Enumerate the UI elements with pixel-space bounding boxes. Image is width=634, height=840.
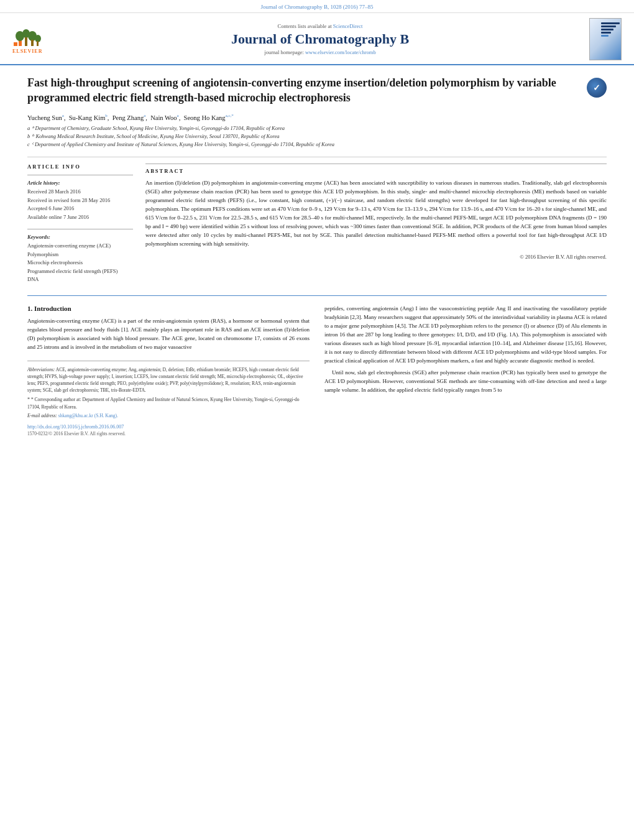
body-col-left: 1. Introduction Angiotensin-converting e… (27, 305, 310, 436)
body-section: 1. Introduction Angiotensin-converting e… (27, 295, 607, 436)
article-history-block: Article history: Received 28 March 2016 … (27, 175, 133, 221)
author-5: Seong Ho Kang (184, 114, 226, 121)
rights-line: 1570-0232/© 2016 Elsevier B.V. All right… (27, 431, 310, 436)
cover-decoration (601, 22, 620, 37)
journal-cover (584, 18, 622, 60)
cover-line-4 (601, 32, 611, 34)
article-info-heading: ARTICLE INFO (27, 164, 133, 170)
corresponding-label: * Corresponding author at: (31, 397, 81, 402)
keywords-label: Keywords: (27, 233, 133, 242)
received-revised-date: Received in revised form 28 May 2016 (27, 196, 133, 205)
journal-homepage-link[interactable]: www.elsevier.com/locate/chromb (305, 49, 376, 55)
footnote-abbreviations: Abbreviations: ACE, angiotensin-converti… (27, 366, 310, 420)
received-date: Received 28 March 2016 (27, 188, 133, 196)
sciencedirect-line: Contents lists available at ScienceDirec… (56, 23, 584, 29)
journal-bar: Journal of Chromatography B, 1028 (2016)… (0, 0, 634, 13)
body-two-col: 1. Introduction Angiotensin-converting e… (27, 305, 607, 436)
article-title-text: Fast high-throughput screening of angiot… (27, 75, 581, 106)
author-4: Nain Woo (150, 114, 177, 121)
abstract-text: An insertion (I)/deletion (D) polymorphi… (145, 179, 607, 249)
intro-para-right-2: Until now, slab gel electrophoresis (SGE… (324, 369, 607, 395)
journal-title: Journal of Chromatography B (56, 31, 584, 47)
affiliation-b: b ᵇ Kohwang Medical Research Institute, … (27, 132, 607, 141)
svg-rect-4 (25, 37, 27, 46)
elsevier-label: ELSEVIER (12, 48, 42, 54)
history-label: Article history: (27, 179, 133, 188)
doi-line[interactable]: http://dx.doi.org/10.1016/j.jchromb.2016… (27, 424, 310, 430)
affiliations: a ᵃ Department of Chemistry, Graduate Sc… (27, 124, 607, 148)
journal-homepage-line: journal homepage: www.elsevier.com/locat… (56, 49, 584, 55)
cover-line-2 (601, 25, 616, 27)
email-label: E-mail address: (27, 413, 57, 418)
accepted-date: Accepted 6 June 2016 (27, 205, 133, 213)
info-abstract-section: ARTICLE INFO Article history: Received 2… (27, 164, 607, 284)
consists-word: consists (263, 335, 281, 341)
article-content: Fast high-throughput screening of angiot… (0, 65, 634, 446)
body-text-right: peptides, converting angiotensin (Ang) I… (324, 305, 607, 395)
cover-line-3 (601, 29, 613, 30)
elsevier-tree-icon (12, 25, 42, 47)
divider-1 (27, 157, 607, 157)
body-text-left: Angiotensin-converting enzyme (ACE) is a… (27, 317, 310, 352)
author-2: Su-Kang Kim (69, 114, 106, 121)
footnote-section: Abbreviations: ACE, angiotensin-converti… (27, 361, 310, 437)
email-text[interactable]: shkang@khu.ac.kr (S.H. Kang). (58, 413, 118, 418)
author-1: Yucheng Sun (27, 114, 62, 121)
authors-line: Yucheng Suna, Su-Kang Kimb, Peng Zhanga,… (27, 113, 607, 121)
author-3: Peng Zhang (113, 114, 144, 121)
cover-line-1 (601, 22, 620, 24)
svg-rect-6 (31, 40, 34, 46)
abbreviations-label: Abbreviations: (27, 367, 55, 372)
svg-rect-0 (14, 42, 17, 46)
keyword-3: Microchip electrophoresis (27, 259, 133, 267)
section-1-heading: 1. Introduction (27, 305, 310, 312)
sciencedirect-link[interactable]: ScienceDirect (333, 23, 363, 29)
journal-bar-text: Journal of Chromatography B, 1028 (2016)… (260, 4, 373, 10)
keyword-4: Programmed electric field strength (PEFS… (27, 267, 133, 276)
intro-para-right-1: peptides, converting angiotensin (Ang) I… (324, 305, 607, 366)
keyword-5: DNA (27, 275, 133, 284)
cover-line-5 (601, 35, 609, 37)
available-date: Available online 7 June 2016 (27, 213, 133, 222)
crossmark-icon: ✓ (587, 78, 607, 98)
abstract-heading: ABSTRACT (145, 164, 607, 174)
journal-center: Contents lists available at ScienceDirec… (56, 23, 584, 55)
intro-para-1: Angiotensin-converting enzyme (ACE) is a… (27, 317, 310, 352)
article-title-row: Fast high-throughput screening of angiot… (27, 75, 607, 106)
body-col-right: peptides, converting angiotensin (Ang) I… (324, 305, 607, 436)
svg-rect-8 (37, 41, 39, 46)
cover-image (589, 18, 622, 60)
keyword-2: Polymorphism (27, 251, 133, 259)
crossmark-badge[interactable]: ✓ (587, 78, 607, 98)
affiliation-a: a ᵃ Department of Chemistry, Graduate Sc… (27, 124, 607, 132)
article-info-column: ARTICLE INFO Article history: Received 2… (27, 164, 133, 284)
copyright-line: © 2016 Elsevier B.V. All rights reserved… (145, 254, 607, 260)
journal-header: ELSEVIER Contents lists available at Sci… (0, 13, 634, 65)
keyword-1: Angiotensin-converting enzyme (ACE) (27, 242, 133, 251)
page: Journal of Chromatography B, 1028 (2016)… (0, 0, 634, 840)
affiliation-c: c ᶜ Department of Applied Chemistry and … (27, 141, 607, 149)
elsevier-logo: ELSEVIER (12, 25, 56, 54)
abstract-column: ABSTRACT An insertion (I)/deletion (D) p… (145, 164, 607, 284)
keywords-block: Keywords: Angiotensin-converting enzyme … (27, 229, 133, 284)
